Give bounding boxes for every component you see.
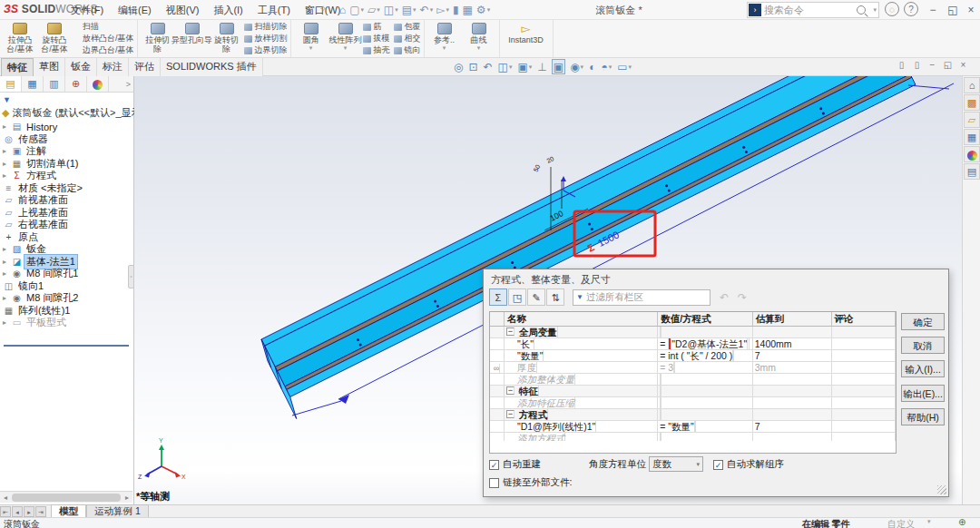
row-comment[interactable] (832, 350, 896, 361)
table-row[interactable]: ∞ − "数量" = int ( "长" / 200 ) 7 (490, 350, 896, 362)
new-file-icon[interactable]: ▢▾ (349, 4, 364, 16)
command-tab[interactable]: 钣金 (65, 58, 97, 76)
first-study-icon[interactable]: ⇤ (0, 506, 11, 517)
home-icon[interactable]: ⌂ (339, 4, 346, 16)
minimize-button[interactable]: − (922, 1, 944, 19)
prev-study-icon[interactable]: ◂ (12, 506, 23, 517)
status-caret-icon[interactable]: ▾ (927, 518, 931, 525)
ribbon-small-button[interactable]: 包覆 (394, 21, 421, 33)
display-style-icon[interactable]: ▣ (552, 59, 565, 74)
tree-item[interactable]: ▸ ◪ 基体-法兰1 (0, 256, 133, 269)
command-tab[interactable]: 评估 (129, 58, 161, 76)
redo-icon[interactable]: ↷ (738, 291, 747, 304)
ribbon-big-button[interactable]: 拉伸切 除 (141, 21, 175, 56)
row-value[interactable] (658, 386, 753, 396)
row-name[interactable]: 全局变量 (519, 327, 558, 337)
tree-item[interactable]: ▸ ◉ M8 间隙孔1 (0, 268, 133, 280)
study-tab[interactable]: 模型 (51, 504, 86, 517)
appearances-icon[interactable] (964, 146, 980, 162)
ribbon-small-button[interactable]: 放样凸台/基体 (72, 33, 134, 44)
ribbon-small-button[interactable]: 筋 (363, 21, 390, 33)
checkbox-checked-icon[interactable]: ✓ (489, 460, 499, 470)
options-icon[interactable]: ⚙▾ (476, 4, 490, 16)
rebuild-icon[interactable]: ▮ (453, 4, 459, 16)
row-name[interactable]: 厚度 (517, 362, 537, 373)
row-value[interactable] (658, 327, 753, 337)
table-row[interactable]: ∞ − 全局变量 (490, 327, 896, 338)
equations-dialog[interactable]: 方程式、整体变量、及尺寸 Σ◳✎⇅ ▼ 过滤所有栏区 ↶ ↷ 名称 数值/方程式… (483, 269, 949, 497)
menu-edit[interactable]: 编辑(E) (111, 0, 159, 20)
home-icon[interactable]: ⌂ (964, 77, 980, 93)
search-input[interactable]: › 搜索命令 ▾ (747, 2, 879, 18)
search-icon[interactable] (857, 5, 866, 15)
auto-solve-checkbox[interactable]: ✓ 自动求解组序 (713, 458, 784, 471)
tree-item[interactable]: ▸ ◎ 传感器 (0, 133, 133, 146)
ribbon-small-button[interactable]: 拔模 (363, 33, 390, 44)
ribbon-big-button[interactable]: 旋转切 除 (210, 21, 244, 56)
doc-minimize-icon[interactable]: − (925, 60, 940, 70)
help-icon[interactable]: ? (904, 2, 918, 16)
export-button[interactable]: 输出(E)... (901, 385, 945, 402)
tree-item[interactable]: ▸ ▱ 前视基准面 (0, 194, 133, 207)
row-value[interactable]: = "数量" (658, 421, 753, 432)
file-properties-icon[interactable]: ▦ (463, 4, 473, 16)
help-button[interactable]: 帮助(H) (901, 408, 945, 425)
open-file-icon[interactable]: ▱▾ (368, 4, 380, 16)
next-study-icon[interactable]: ▸ (24, 506, 34, 517)
panel-overflow-icon[interactable]: > (126, 80, 133, 89)
search-caret-icon[interactable]: ▾ (873, 6, 877, 14)
ribbon-big-button[interactable]: 异型孔向导 (175, 21, 210, 56)
custom-properties-icon[interactable]: ▤ (964, 163, 980, 180)
ribbon-small-button[interactable]: 边界切除 (244, 44, 288, 56)
table-row[interactable]: ∞ − 方程式 (490, 409, 896, 421)
apply-scene-icon[interactable]: ◓▾ (600, 59, 612, 74)
study-tab[interactable]: 运动算例 1 (86, 504, 149, 517)
scroll-left-icon[interactable]: ◂ (0, 494, 11, 502)
expand-arrow-icon[interactable]: ▸ (3, 245, 11, 253)
table-row[interactable]: ∞ − 厚度 = 3 3mm (490, 362, 896, 374)
doc-close-icon[interactable]: × (956, 60, 971, 70)
rollback-bar[interactable] (4, 345, 129, 347)
section-view-icon[interactable]: ◫▾ (497, 59, 514, 74)
angle-unit-select[interactable]: 度数 ▾ (649, 456, 703, 472)
filter-input[interactable]: ▼ 过滤所有栏区 (573, 289, 710, 306)
tree-item[interactable]: ▸ ◫ 镜向1 (0, 280, 133, 293)
row-name[interactable]: 特征 (519, 386, 539, 396)
row-comment[interactable] (832, 386, 896, 396)
undo-icon[interactable]: ↶ (720, 291, 729, 304)
ribbon-small-button[interactable]: 边界凸台/基体 (72, 44, 134, 56)
select-icon[interactable]: ▻▾ (436, 4, 449, 16)
row-comment[interactable] (832, 327, 896, 337)
sort-icon[interactable]: ⇅ (546, 288, 564, 306)
file-explorer-icon[interactable]: ▱ (964, 112, 980, 128)
row-comment[interactable] (832, 421, 896, 432)
displaymanager-tab[interactable] (87, 76, 109, 92)
tree-item-label[interactable]: 平板型式 (24, 316, 68, 329)
dimension-50-label[interactable]: 50 (533, 163, 542, 172)
row-comment[interactable] (832, 362, 896, 373)
status-custom-label[interactable]: 自定义 (887, 518, 915, 528)
menu-insert[interactable]: 插入(I) (206, 0, 250, 20)
view-palette-icon[interactable]: ▦ (964, 129, 980, 145)
ribbon-small-button[interactable]: 镜向 (394, 44, 421, 56)
undo-icon[interactable]: ↶▾ (420, 4, 434, 16)
command-tab[interactable]: 标注 (97, 58, 129, 76)
ribbon-small-button[interactable]: 放样切割 (244, 33, 288, 44)
row-comment[interactable] (832, 374, 896, 385)
row-name[interactable]: "长" (517, 338, 534, 349)
doc-restore-icon[interactable]: ◱ (940, 60, 956, 70)
row-comment[interactable] (832, 338, 896, 349)
menu-file[interactable]: 文件(F) (64, 0, 111, 20)
command-tab[interactable]: 草图 (34, 58, 65, 76)
row-value[interactable]: = "D2@基体-法兰1" - 100 (658, 338, 753, 349)
row-value[interactable] (658, 374, 753, 385)
tree-item[interactable]: ▸ ▨ 钣金 (0, 243, 133, 256)
tree-filter-icon[interactable]: ▼ (3, 95, 11, 104)
menu-tools[interactable]: 工具(T) (250, 0, 298, 20)
expand-arrow-icon[interactable]: ▸ (3, 294, 11, 302)
row-name[interactable]: 方程式 (519, 409, 549, 420)
tree-item[interactable]: ▸ ▭ 平板型式 (0, 317, 133, 329)
user-account-icon[interactable]: ◌ (885, 2, 899, 16)
table-row[interactable]: ∞ − 添加整体变量 (490, 374, 896, 386)
row-name[interactable]: 添加特征压缩 (517, 397, 575, 408)
